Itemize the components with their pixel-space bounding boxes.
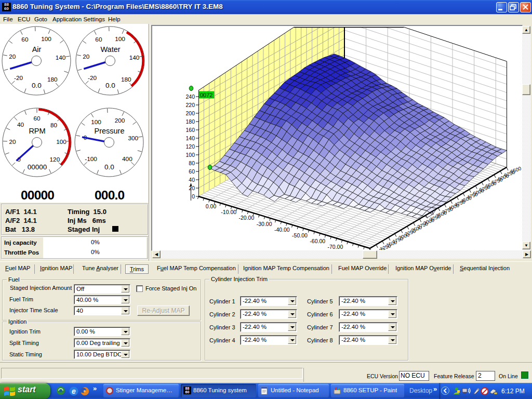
svg-text:200: 200 <box>185 110 195 116</box>
svg-text:RPM: RPM <box>29 127 45 135</box>
svg-text:80: 80 <box>189 160 195 166</box>
svg-text:-50.00: -50.00 <box>292 232 308 238</box>
svg-text:20: 20 <box>9 138 16 145</box>
svg-text:0072: 0072 <box>200 92 212 98</box>
svg-text:140: 140 <box>129 54 140 61</box>
svg-text:60: 60 <box>21 36 29 43</box>
svg-text:20: 20 <box>83 53 90 60</box>
svg-text:240: 240 <box>185 94 195 100</box>
svg-text:120: 120 <box>185 143 195 150</box>
svg-text:0.0: 0.0 <box>104 163 114 171</box>
svg-text:220: 220 <box>185 102 195 108</box>
svg-text:100: 100 <box>56 138 66 145</box>
svg-text:160: 160 <box>185 127 195 133</box>
svg-text:-60.00: -60.00 <box>310 238 325 244</box>
svg-text:40: 40 <box>189 177 195 183</box>
svg-text:80: 80 <box>50 122 58 129</box>
svg-text:-20: -20 <box>88 74 97 82</box>
svg-text:-20: -20 <box>14 74 23 82</box>
svg-text:-100: -100 <box>85 155 97 163</box>
svg-text:e: e <box>72 387 76 395</box>
svg-text:-20.00: -20.00 <box>239 215 255 221</box>
svg-text:20: 20 <box>9 53 16 60</box>
svg-text:-10.00: -10.00 <box>221 209 236 215</box>
svg-text:00000: 00000 <box>28 163 47 171</box>
svg-text:Air: Air <box>32 45 42 54</box>
svg-text:0.0: 0.0 <box>105 82 115 89</box>
svg-text:Water: Water <box>100 45 120 54</box>
svg-text:0.00: 0.00 <box>206 203 217 209</box>
svg-text:0.0: 0.0 <box>32 82 42 89</box>
svg-text:Pressure: Pressure <box>94 127 124 135</box>
svg-text:300: 300 <box>128 135 138 142</box>
svg-text:180: 180 <box>47 76 58 83</box>
svg-text:120: 120 <box>50 156 60 163</box>
svg-text:180: 180 <box>121 76 131 83</box>
svg-text:-30.00: -30.00 <box>257 221 272 227</box>
svg-text:100: 100 <box>41 35 51 43</box>
svg-text:60: 60 <box>95 36 102 43</box>
svg-text:-40.00: -40.00 <box>274 227 290 233</box>
svg-text:40: 40 <box>17 121 24 128</box>
svg-text:140: 140 <box>56 54 66 61</box>
svg-text:60: 60 <box>33 115 41 122</box>
svg-text:140: 140 <box>185 135 195 141</box>
svg-text:100: 100 <box>91 118 101 126</box>
svg-text:180: 180 <box>185 118 195 125</box>
svg-text:60: 60 <box>189 168 195 175</box>
svg-text:-70.00: -70.00 <box>328 244 343 250</box>
svg-text:100: 100 <box>115 35 125 43</box>
svg-text:400: 400 <box>122 155 132 163</box>
svg-text:200: 200 <box>115 117 125 124</box>
svg-text:0: 0 <box>192 193 195 200</box>
svg-text:100: 100 <box>185 152 195 158</box>
